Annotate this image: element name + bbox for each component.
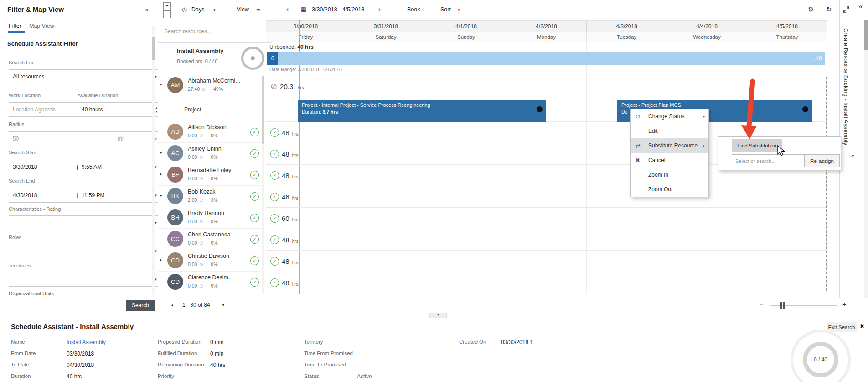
clock-icon: ◷ bbox=[182, 6, 187, 13]
fullscreen-icon[interactable] bbox=[842, 6, 850, 13]
booking-bar[interactable]: Project - Internal Project - Service Pro… bbox=[298, 100, 546, 122]
menu-item-zoom-out[interactable]: Zoom Out bbox=[631, 182, 708, 197]
scale-days-button[interactable]: Days bbox=[191, 6, 204, 13]
resource-row[interactable]: ▸ AC Ashley Chinn 0:00◷0% ✓ bbox=[158, 143, 265, 164]
sort-button[interactable]: Sort bbox=[440, 6, 451, 13]
find-substitution-item[interactable]: Find Substitution bbox=[732, 139, 782, 152]
collapse-all-button[interactable]: − bbox=[163, 10, 171, 18]
search-end-time-value: 11:59 PM bbox=[82, 192, 104, 199]
day-header: Monday bbox=[506, 32, 587, 42]
demand-row[interactable]: Install Assembly Booked hrs: 0 / 40 bbox=[158, 42, 265, 75]
date-range-label[interactable]: 3/30/2018 - 4/5/2018 bbox=[312, 6, 364, 13]
grid-scrollbar[interactable] bbox=[826, 77, 827, 291]
resource-hours: 0:00◷0% bbox=[188, 219, 217, 224]
spinner-icon[interactable]: ▴▾ bbox=[155, 105, 157, 114]
expand-all-button[interactable]: + bbox=[163, 2, 171, 10]
field-label: Duration bbox=[11, 373, 67, 382]
project-group-row[interactable]: Project bbox=[158, 98, 265, 121]
expand-caret-icon[interactable]: ▸ bbox=[160, 257, 162, 262]
details-column: Territory Time From Promised Time To Pro… bbox=[304, 339, 372, 382]
tab-map-view[interactable]: Map View bbox=[29, 23, 54, 29]
search-start-time-select[interactable]: 9:55 AM ▾ bbox=[78, 160, 160, 174]
view-button[interactable]: View bbox=[237, 6, 249, 13]
status-link[interactable]: Active bbox=[357, 373, 372, 382]
chevron-down-icon[interactable]: ▾ bbox=[213, 8, 216, 12]
zoom-out-icon[interactable]: − bbox=[760, 301, 764, 309]
resource-row[interactable]: ▸ BF Bernadette Foley 0:00◷0% ✓ bbox=[158, 164, 265, 186]
cancel-x-icon: ✖ bbox=[636, 157, 640, 163]
book-button[interactable]: Book bbox=[407, 6, 420, 13]
filter-scrollbar-thumb[interactable] bbox=[152, 37, 155, 60]
resource-search-input[interactable] bbox=[158, 20, 272, 43]
expand-caret-icon[interactable]: ▸ bbox=[160, 193, 162, 198]
settings-gear-icon[interactable]: ⚙ bbox=[808, 5, 814, 14]
panel-collapse-icon[interactable]: « bbox=[145, 5, 149, 13]
expand-caret-icon[interactable]: ▸ bbox=[160, 150, 162, 155]
booking-status-dot[interactable] bbox=[537, 106, 542, 112]
right-panel-expand-icon[interactable]: « bbox=[851, 152, 854, 159]
search-end-time-select[interactable]: 11:59 PM ▾ bbox=[78, 188, 160, 203]
available-duration-label: Available Duration bbox=[78, 93, 118, 98]
menu-item-substitute-resource[interactable]: ⇄ Substitute Resource ▸ bbox=[631, 138, 708, 153]
zoom-in-icon[interactable]: + bbox=[842, 300, 847, 308]
resource-row[interactable]: ▸ BK Bob Kozak 2:00◷3% ✓ bbox=[158, 186, 265, 207]
availability-check-icon: ✓ bbox=[250, 171, 259, 179]
next-range-icon[interactable]: › bbox=[378, 5, 381, 13]
reassign-button[interactable]: Re-assign bbox=[804, 154, 840, 167]
exit-search-button[interactable]: Exit Search bbox=[827, 322, 857, 332]
availability-row: ✓48hrs bbox=[266, 293, 827, 294]
bottom-panel-collapse-handle[interactable]: ▾ bbox=[429, 313, 447, 318]
available-duration-value: 40 hours bbox=[82, 106, 103, 113]
zoom-slider-handle[interactable] bbox=[780, 302, 785, 309]
calendar-icon[interactable]: ▦ bbox=[301, 5, 306, 12]
refresh-icon[interactable]: ↻ bbox=[826, 5, 832, 14]
expand-caret-icon[interactable]: ▾ bbox=[160, 82, 162, 87]
field-value bbox=[357, 362, 372, 373]
booking-status-dot[interactable] bbox=[802, 106, 808, 112]
date-header-row: 3/30/2018 3/31/2018 4/1/2018 4/2/2018 4/… bbox=[266, 20, 827, 33]
radius-input[interactable]: 50 ▴▾ bbox=[9, 131, 123, 146]
list-view-icon[interactable]: ≡ bbox=[256, 5, 260, 13]
territories-select[interactable]: ▾ bbox=[9, 272, 160, 287]
right-scrollbar-track[interactable] bbox=[864, 20, 868, 298]
search-end-date-input[interactable]: 4/30/2018 ▦ bbox=[9, 188, 85, 203]
search-start-date-input[interactable]: 3/30/2018 ▦ bbox=[9, 160, 85, 174]
availability-check-icon: ✓ bbox=[250, 192, 259, 201]
resource-row[interactable]: CC Cheri Castaneda 0:00◷0% ✓ bbox=[158, 229, 265, 250]
menu-item-edit[interactable]: Edit bbox=[631, 124, 708, 138]
resource-scrollbar-thumb[interactable] bbox=[262, 76, 264, 144]
field-label: Priority bbox=[158, 373, 210, 382]
page-down-icon[interactable]: ▼ bbox=[222, 303, 225, 307]
tab-filter[interactable]: Filter bbox=[9, 23, 21, 29]
previous-range-icon[interactable]: ‹ bbox=[286, 5, 289, 13]
resource-row[interactable]: BH Brady Hannon 0:00◷0% ✓ bbox=[158, 207, 265, 229]
menu-item-change-status[interactable]: ↺ Change Status ▸ bbox=[631, 109, 708, 124]
resource-hours: 0:00◷0% bbox=[188, 283, 217, 288]
menu-item-cancel[interactable]: ✖ Cancel bbox=[631, 153, 708, 167]
search-button[interactable]: Search bbox=[126, 300, 155, 311]
unbooked-bar[interactable]: 0 ...40 bbox=[267, 52, 825, 65]
page-up-icon[interactable]: ▲ bbox=[170, 303, 174, 307]
close-icon[interactable]: ✖ bbox=[860, 323, 864, 330]
substitute-select[interactable]: Select or search... ▾ bbox=[732, 154, 813, 167]
right-panel-title[interactable]: Create Resource Booking - Install Assemb… bbox=[842, 28, 849, 284]
resource-row[interactable]: CD Clarence Desim... 0:00◷0% ✓ bbox=[158, 272, 265, 293]
right-scrollbar-thumb[interactable] bbox=[864, 20, 868, 50]
search-for-select[interactable]: All resources ▾ bbox=[9, 69, 160, 84]
menu-item-zoom-in[interactable]: Zoom In bbox=[631, 167, 708, 182]
resource-row[interactable]: AD Allison Dickson 0:00◷0% ✓ bbox=[158, 121, 265, 143]
booking-duration: Duration: 3.7 hrs bbox=[302, 109, 542, 115]
name-link[interactable]: Install Assembly bbox=[67, 339, 106, 351]
field-value bbox=[357, 339, 372, 351]
roles-select[interactable]: ▾ bbox=[9, 244, 160, 258]
resource-row[interactable]: ▸ CD Christie Dawson 0:00◷0% ✓ bbox=[158, 250, 265, 272]
expand-caret-icon[interactable]: ▸ bbox=[160, 172, 162, 176]
available-duration-input[interactable]: 40 hours ▴▾ bbox=[78, 102, 160, 117]
search-for-label: Search For bbox=[9, 60, 33, 65]
filter-scrollbar-track[interactable] bbox=[152, 26, 155, 295]
work-location-select[interactable]: Location Agnostic ▾ bbox=[9, 102, 87, 117]
right-panel-collapse-icon[interactable]: « bbox=[859, 3, 863, 10]
chevron-down-icon[interactable]: ▾ bbox=[458, 8, 460, 12]
resource-row[interactable]: ▾ AM Abraham McCormi... 27:40◷49% bbox=[158, 75, 265, 98]
characteristics-select[interactable]: ▾ bbox=[9, 215, 160, 230]
